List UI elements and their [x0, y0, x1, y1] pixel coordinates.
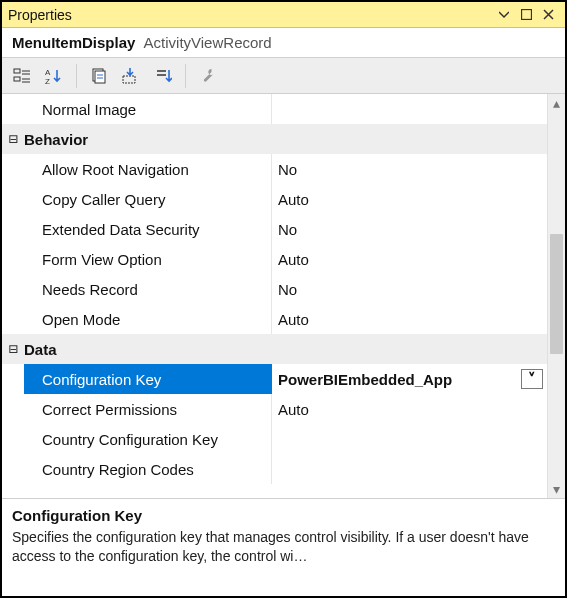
property-value[interactable]: Auto [272, 184, 547, 214]
close-icon[interactable] [537, 6, 559, 24]
expander-icon [2, 94, 24, 124]
property-value[interactable]: No [272, 274, 547, 304]
window-options-icon[interactable] [493, 6, 515, 24]
dropdown-button[interactable]: ˅ [521, 369, 543, 389]
property-name: Behavior [24, 124, 272, 154]
svg-rect-0 [521, 10, 531, 20]
property-value[interactable] [272, 424, 547, 454]
object-header[interactable]: MenuItemDisplay ActivityViewRecord [2, 28, 565, 58]
expander-icon [2, 214, 24, 244]
help-property-description: Specifies the configuration key that man… [12, 528, 555, 566]
property-value[interactable]: Auto [272, 304, 547, 334]
scroll-down-icon[interactable]: ▾ [548, 480, 565, 498]
property-name: Open Mode [24, 304, 272, 334]
svg-rect-13 [123, 76, 135, 83]
property-name: Country Region Codes [24, 454, 272, 484]
svg-text:Z: Z [45, 77, 50, 85]
property-name: Country Configuration Key [24, 424, 272, 454]
property-row[interactable]: Country Region Codes [2, 454, 547, 484]
svg-rect-10 [95, 71, 105, 83]
property-pages-button[interactable] [85, 62, 113, 90]
property-row[interactable]: Open ModeAuto [2, 304, 547, 334]
expander-icon[interactable]: ⊟ [2, 124, 24, 154]
titlebar: Properties [2, 2, 565, 28]
property-row[interactable]: Allow Root NavigationNo [2, 154, 547, 184]
svg-rect-2 [14, 77, 20, 81]
expander-icon [2, 364, 24, 394]
scroll-up-icon[interactable]: ▴ [548, 94, 565, 112]
property-value[interactable]: PowerBIEmbedded_App˅ [272, 364, 547, 394]
help-property-name: Configuration Key [12, 507, 555, 524]
property-value[interactable]: No [272, 154, 547, 184]
expander-icon[interactable]: ⊟ [2, 334, 24, 364]
property-name: Form View Option [24, 244, 272, 274]
property-row[interactable]: Copy Caller QueryAuto [2, 184, 547, 214]
expander-icon [2, 244, 24, 274]
property-row[interactable]: Needs RecordNo [2, 274, 547, 304]
property-row[interactable]: Form View OptionAuto [2, 244, 547, 274]
property-grid[interactable]: Normal Image⊟BehaviorAllow Root Navigati… [2, 94, 547, 498]
category-row[interactable]: ⊟Data [2, 334, 547, 364]
properties-panel: Properties MenuItemDisplay ActivityViewR… [0, 0, 567, 598]
property-name: Correct Permissions [24, 394, 272, 424]
property-name: Allow Root Navigation [24, 154, 272, 184]
property-row[interactable]: Extended Data SecurityNo [2, 214, 547, 244]
expander-icon [2, 454, 24, 484]
toolbar-separator [185, 64, 186, 88]
property-name: Extended Data Security [24, 214, 272, 244]
expander-icon [2, 274, 24, 304]
wrench-icon[interactable] [194, 62, 222, 90]
property-value[interactable]: Auto [272, 394, 547, 424]
expander-icon [2, 154, 24, 184]
property-row[interactable]: Country Configuration Key [2, 424, 547, 454]
alphabetical-view-button[interactable]: A Z [40, 62, 68, 90]
property-row[interactable]: Normal Image [2, 94, 547, 124]
panel-title: Properties [8, 7, 493, 23]
expander-icon [2, 304, 24, 334]
changed-properties-button[interactable] [117, 62, 145, 90]
category-row[interactable]: ⊟Behavior [2, 124, 547, 154]
property-row[interactable]: Correct PermissionsAuto [2, 394, 547, 424]
property-name: Needs Record [24, 274, 272, 304]
maximize-icon[interactable] [515, 6, 537, 24]
property-name: Normal Image [24, 94, 272, 124]
object-name: ActivityViewRecord [144, 34, 272, 51]
property-value[interactable]: Auto [272, 244, 547, 274]
object-type: MenuItemDisplay [12, 34, 135, 51]
property-value[interactable] [272, 454, 547, 484]
property-grid-wrap: Normal Image⊟BehaviorAllow Root Navigati… [2, 94, 565, 498]
toolbar-separator [76, 64, 77, 88]
expander-icon [2, 184, 24, 214]
svg-rect-1 [14, 69, 20, 73]
expander-icon [2, 424, 24, 454]
expander-icon [2, 394, 24, 424]
property-name: Configuration Key [24, 364, 272, 394]
categorized-view-button[interactable] [8, 62, 36, 90]
property-name: Data [24, 334, 272, 364]
scrollbar[interactable]: ▴ ▾ [547, 94, 565, 498]
scroll-thumb[interactable] [550, 234, 563, 354]
property-value[interactable] [272, 94, 547, 124]
toolbar: A Z [2, 58, 565, 94]
property-name: Copy Caller Query [24, 184, 272, 214]
property-value[interactable]: No [272, 214, 547, 244]
key-properties-button[interactable] [149, 62, 177, 90]
svg-text:A: A [45, 68, 51, 77]
help-pane: Configuration Key Specifies the configur… [2, 498, 565, 596]
property-row[interactable]: Configuration KeyPowerBIEmbedded_App˅ [2, 364, 547, 394]
